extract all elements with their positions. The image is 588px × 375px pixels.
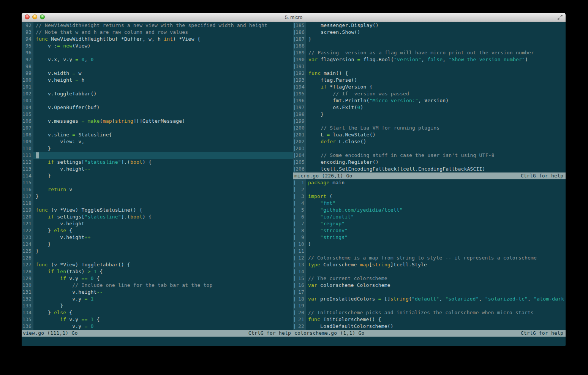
code-line[interactable]: 104 v.OpenBuffer(buf) (22, 104, 293, 111)
code-line[interactable]: 106 v.messages = make(map[string][]Gutte… (22, 118, 293, 125)
pane-colorscheme-go[interactable]: |1package main|2|3import (|4 "fmt"|5 "gi… (293, 179, 566, 330)
code-line[interactable]: |17 (293, 289, 566, 296)
line-number: 195 (296, 90, 306, 97)
code-line[interactable]: 119func (v *View) ToggleStatusLine() { (22, 207, 293, 214)
code-line[interactable]: |16var colorscheme Colorscheme (293, 282, 566, 289)
code-line[interactable]: 108 v.sline = Statusline{ (22, 131, 293, 138)
code-line[interactable]: 93// Note that w and h are raw column an… (22, 29, 293, 36)
code-line[interactable]: 115 (22, 179, 293, 186)
code-line[interactable]: |191 (293, 63, 566, 70)
code-line[interactable]: |9 "strings" (293, 234, 566, 241)
code-line[interactable]: 128 if len(tabs) > 1 { (22, 268, 293, 275)
code-line[interactable]: 94func NewViewWidthHeight(buf *Buffer, w… (22, 36, 293, 43)
code-line[interactable]: 134 } else { (22, 309, 293, 316)
code-line[interactable]: 112 if settings["statusline"].(bool) { (22, 159, 293, 166)
code-line[interactable]: 102 v.ToggleTabbar() (22, 90, 293, 97)
code-line[interactable]: 116 return v (22, 186, 293, 193)
code-line[interactable]: 105 (22, 111, 293, 118)
pane-view-go[interactable]: 92// NewViewWidthHeight returns a new vi… (22, 22, 293, 330)
code-line[interactable]: |187} (293, 36, 566, 43)
code-line[interactable]: |195 // If -version was passed (293, 90, 566, 97)
code-line[interactable]: 127func (v *View) ToggleTabbar() { (22, 261, 293, 268)
code-line[interactable]: |15// The current colorscheme (293, 275, 566, 282)
code-line[interactable]: 111 (22, 152, 293, 159)
code-line[interactable]: |190var flagVersion = flag.Bool("version… (293, 56, 566, 63)
code-line[interactable]: 125} (22, 248, 293, 255)
code-line[interactable]: 131 v.height-- (22, 289, 293, 296)
code-line[interactable]: 124 } (22, 241, 293, 248)
code-line[interactable]: 121 v.height-- (22, 220, 293, 227)
code-line[interactable]: |20// InitColorscheme picks and initiali… (293, 309, 566, 316)
code-line[interactable]: 123 v.height++ (22, 234, 293, 241)
code-line[interactable]: |22 LoadDefaultColorscheme() (293, 323, 566, 330)
code-line[interactable]: |19 (293, 302, 566, 309)
code-line[interactable]: 107 (22, 125, 293, 131)
code-line[interactable]: |186 screen.Show() (293, 29, 566, 36)
fullscreen-icon[interactable] (557, 14, 563, 20)
line-number: 136 (22, 323, 33, 330)
code-line[interactable]: |200 // Start the Lua VM for running plu… (293, 125, 566, 131)
code-line[interactable]: |188 (293, 43, 566, 49)
code-line[interactable]: 117} (22, 193, 293, 200)
code-line[interactable]: 135 if v.y == 1 { (22, 316, 293, 323)
code-line[interactable]: |10) (293, 241, 566, 248)
code-line[interactable]: |12// Colorscheme is a map from string t… (293, 255, 566, 261)
line-number: 13 (296, 261, 306, 268)
code-line[interactable]: |5 "github.com/zyedidia/tcell" (293, 207, 566, 214)
code-line[interactable]: |11 (293, 248, 566, 255)
code-line[interactable]: 96 (22, 49, 293, 56)
code-line[interactable]: |189// Passing -version as a flag will h… (293, 49, 566, 56)
code-line[interactable]: 130 // Include one line for the tab bar … (22, 282, 293, 289)
code-line[interactable]: |206 tcell.SetEncodingFallback(tcell.Enc… (293, 166, 566, 172)
code-line[interactable]: |204 // Some encoding stuff in case the … (293, 152, 566, 159)
code-line[interactable]: 126 (22, 255, 293, 261)
code-line[interactable]: 95 v := new(View) (22, 43, 293, 49)
code-line[interactable]: |1package main (293, 179, 566, 186)
code-line[interactable]: |14 (293, 268, 566, 275)
code-line[interactable]: 120 if settings["statusline"].(bool) { (22, 214, 293, 220)
code-line[interactable]: |194 if *flagVersion { (293, 84, 566, 90)
code-line[interactable]: 99 v.width = w (22, 70, 293, 77)
code-line[interactable]: |202 defer L.Close() (293, 138, 566, 145)
code-line[interactable]: 136 v.y = 0 (22, 323, 293, 330)
code-line[interactable]: 133 } (22, 302, 293, 309)
code-line[interactable]: |3import ( (293, 193, 566, 200)
code-line[interactable]: |185 messenger.Display() (293, 22, 566, 29)
code-line[interactable]: |199 (293, 118, 566, 125)
code-line[interactable]: 92// NewViewWidthHeight returns a new vi… (22, 22, 293, 29)
code-line[interactable]: |21func InitColorscheme() { (293, 316, 566, 323)
code-line[interactable]: |6 "io/ioutil" (293, 214, 566, 220)
code-line[interactable]: 113 v.height-- (22, 166, 293, 172)
command-line[interactable] (22, 337, 566, 346)
code-line[interactable]: 100 v.height = h (22, 77, 293, 84)
code-line[interactable]: |2 (293, 186, 566, 193)
window-titlebar[interactable]: 5. micro (22, 13, 566, 22)
code-line[interactable]: 122 } else { (22, 227, 293, 234)
code-line[interactable]: 118 (22, 200, 293, 207)
code-line[interactable]: |197 os.Exit(0) (293, 104, 566, 111)
code-line[interactable]: |18var preInstalledColors = []string{"de… (293, 296, 566, 302)
code-line[interactable]: |8 "strconv" (293, 227, 566, 234)
line-number: 202 (296, 138, 306, 145)
code-line[interactable]: |201 L = lua.NewState() (293, 131, 566, 138)
code-line[interactable]: |193 flag.Parse() (293, 77, 566, 84)
code-line[interactable]: 132 v.y = 1 (22, 296, 293, 302)
code-line[interactable]: 109 view: v, (22, 138, 293, 145)
pane-micro-go[interactable]: |185 messenger.Display()|186 screen.Show… (293, 22, 566, 172)
code-line[interactable]: |4 "fmt" (293, 200, 566, 207)
code-line[interactable]: 101 (22, 84, 293, 90)
code-line[interactable]: |7 "regexp" (293, 220, 566, 227)
code-line[interactable]: |196 fmt.Println("Micro version:", Versi… (293, 97, 566, 104)
code-line[interactable]: |205 encoding.Register() (293, 159, 566, 166)
code-line[interactable]: |203 (293, 145, 566, 152)
code-line[interactable]: 98 (22, 63, 293, 70)
code-line[interactable]: 103 (22, 97, 293, 104)
code-line[interactable]: 114 } (22, 172, 293, 179)
code-line[interactable]: |198 } (293, 111, 566, 118)
code-text: v := new(View) (33, 43, 293, 49)
code-line[interactable]: |13type Colorscheme map[string]tcell.Sty… (293, 261, 566, 268)
code-line[interactable]: 97 v.x, v.y = 0, 0 (22, 56, 293, 63)
code-line[interactable]: 129 if v.y == 0 { (22, 275, 293, 282)
code-line[interactable]: 110 } (22, 145, 293, 152)
code-line[interactable]: |192func main() { (293, 70, 566, 77)
